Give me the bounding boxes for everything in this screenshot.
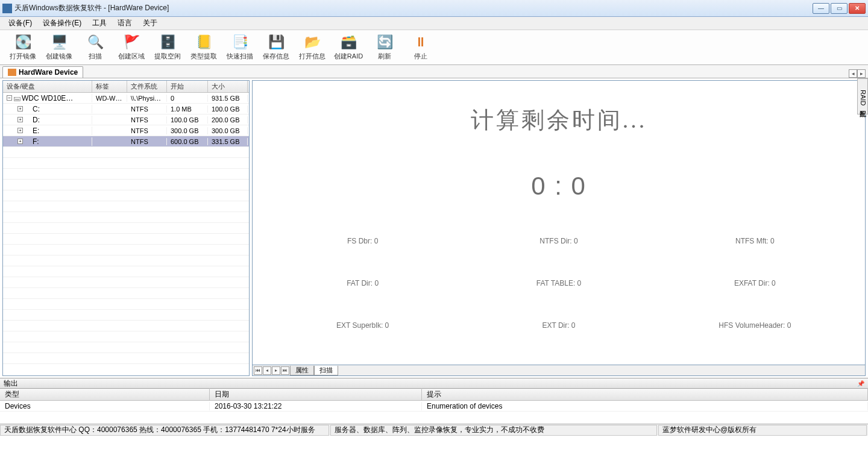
raid-icon: 🗃️ (339, 34, 358, 51)
cell-size: 200.0 GB (208, 116, 248, 124)
expander-icon[interactable]: + (17, 128, 23, 133)
window-buttons: — ▭ ✕ (813, 3, 866, 14)
title-bar: 天盾Windows数据恢复软件 - [HardWare Device] — ▭ … (0, 0, 868, 17)
cell-size: 331.5 GB (208, 138, 248, 145)
tab-properties[interactable]: 属性 (290, 366, 314, 375)
cell-start: 100.0 GB (167, 116, 208, 124)
cell-size: 931.5 GB (208, 95, 248, 102)
col-start[interactable]: 开始 (167, 81, 208, 92)
toolbar: 💽打开镜像 🖥️创建镜像 🔍扫描 🚩创建区域 🗄️提取空闲 📒类型提取 📑快速扫… (0, 30, 868, 65)
cell-device: E: (33, 127, 39, 135)
col-filesystem[interactable]: 文件系统 (127, 81, 167, 92)
menu-about[interactable]: 关于 (138, 17, 162, 30)
status-right: 蓝梦软件研发中心@版权所有 (658, 425, 867, 436)
cell-label: WD-WC… (92, 95, 127, 102)
create-image-button[interactable]: 🖥️创建镜像 (42, 32, 76, 63)
table-row[interactable]: +C:NTFS1.0 MB100.0 GB (3, 104, 249, 114)
monitor-icon: 🖥️ (49, 34, 69, 51)
cell-start: 0 (167, 95, 208, 102)
bottom-tabs: ⏮ ◂ ▸ ⏭ 属性 扫描 (252, 365, 866, 376)
create-raid-button[interactable]: 🗃️创建RAID (332, 32, 365, 63)
cell-fs: NTFS (127, 127, 167, 134)
col-device[interactable]: 设备/硬盘 (3, 81, 92, 92)
close-button[interactable]: ✕ (849, 3, 866, 14)
status-mid: 服务器、数据库、阵列、监控录像恢复，专业实力，不成功不收费 (330, 425, 657, 436)
cell-size: 300.0 GB (208, 127, 248, 134)
right-pane: 计算剩余时间... 0 : 0 FS Dbr: 0 NTFS Dir: 0 NT… (252, 80, 866, 376)
stat-exfat-dir: EXFAT Dir: 0 (657, 279, 853, 287)
tab-label: HardWare Device (19, 68, 78, 77)
cell-start: 300.0 GB (167, 127, 208, 134)
save-info-button[interactable]: 💾保存信息 (259, 32, 293, 63)
drive-icon: 🖴 (13, 94, 20, 102)
quick-scan-button[interactable]: 📑快速扫描 (223, 32, 257, 63)
tab-hardware-device[interactable]: HardWare Device (2, 66, 83, 78)
window-title: 天盾Windows数据恢复软件 - [HardWare Device] (14, 3, 813, 13)
stat-ext-superblk: EXT Superblk: 0 (265, 321, 461, 330)
table-row[interactable]: +E:NTFS300.0 GB300.0 GB (3, 125, 249, 136)
expander-icon[interactable]: + (17, 117, 23, 122)
refresh-button[interactable]: 🔄刷新 (368, 32, 401, 63)
expander-icon[interactable]: + (17, 106, 23, 111)
device-tree-pane: 设备/硬盘 标签 文件系统 开始 大小 −🖴WDC WD10E…WD-WC…\\… (2, 80, 250, 376)
last-icon[interactable]: ⏭ (281, 366, 289, 375)
main-area: 设备/硬盘 标签 文件系统 开始 大小 −🖴WDC WD10E…WD-WC…\\… (0, 78, 868, 378)
output-row[interactable]: Devices 2016-03-30 13:21:22 Enumeration … (0, 401, 868, 412)
next-icon[interactable]: ▸ (272, 366, 280, 375)
cell-size: 100.0 GB (208, 105, 248, 113)
scan-stats: FS Dbr: 0 NTFS Dir: 0 NTFS Mft: 0 FAT Di… (265, 237, 853, 330)
output-table-header: 类型 日期 提示 (0, 389, 868, 401)
col-label[interactable]: 标签 (92, 81, 127, 92)
pin-icon[interactable]: 📌 (857, 380, 864, 387)
prev-icon[interactable]: ◂ (263, 366, 271, 375)
open-image-button[interactable]: 💽打开镜像 (6, 32, 40, 63)
document-tabs: HardWare Device ◂ ▸ (0, 65, 868, 78)
expander-icon[interactable]: + (17, 139, 23, 144)
app-icon (2, 4, 12, 13)
table-row[interactable]: +D:NTFS100.0 GB200.0 GB (3, 114, 249, 125)
type-extract-button[interactable]: 📒类型提取 (187, 32, 221, 63)
menu-language[interactable]: 语言 (113, 17, 137, 30)
menu-device-ops[interactable]: 设备操作(E) (38, 17, 86, 30)
refresh-icon: 🔄 (375, 34, 394, 51)
output-title: 输出 (4, 378, 18, 389)
stat-fat-dir: FAT Dir: 0 (265, 279, 461, 287)
cell-start: 1.0 MB (167, 105, 208, 113)
tab-next-icon[interactable]: ▸ (857, 69, 866, 78)
floppy-icon: 💾 (266, 34, 286, 51)
menu-device[interactable]: 设备(F) (4, 17, 37, 30)
scan-time: 0 : 0 (265, 172, 853, 201)
disk-icon: 💽 (13, 34, 33, 51)
drive-icon (8, 69, 16, 76)
col-size[interactable]: 大小 (208, 81, 248, 92)
output-col-hint[interactable]: 提示 (422, 388, 868, 401)
scan-panel: 计算剩余时间... 0 : 0 FS Dbr: 0 NTFS Dir: 0 NT… (252, 80, 866, 365)
first-icon[interactable]: ⏮ (254, 366, 262, 375)
extract-space-button[interactable]: 🗄️提取空闲 (151, 32, 184, 63)
tab-scan[interactable]: 扫描 (314, 366, 338, 375)
output-col-type[interactable]: 类型 (0, 388, 210, 401)
notes-icon: 📒 (194, 34, 213, 51)
table-row[interactable]: −🖴WDC WD10E…WD-WC…\\.\Physi…0931.5 GB (3, 93, 249, 104)
pause-icon: ⏸ (411, 34, 430, 51)
magnifier-icon: 🔍 (86, 34, 105, 51)
cell-device: D: (33, 116, 40, 124)
output-cell-date: 2016-03-30 13:21:22 (210, 402, 422, 410)
create-region-button[interactable]: 🚩创建区域 (115, 32, 148, 63)
maximize-button[interactable]: ▭ (831, 3, 848, 14)
cell-device: F: (33, 137, 39, 146)
table-row[interactable]: +F:NTFS600.0 GB331.5 GB (3, 136, 249, 147)
stop-button[interactable]: ⏸停止 (404, 32, 438, 63)
minimize-button[interactable]: — (813, 3, 829, 14)
scan-button[interactable]: 🔍扫描 (78, 32, 112, 63)
open-info-button[interactable]: 📂打开信息 (295, 32, 329, 63)
flag-icon: 🚩 (122, 34, 141, 51)
cell-fs: \\.\Physi… (127, 95, 167, 102)
output-pane-header: 输出 📌 (0, 378, 868, 389)
tab-prev-icon[interactable]: ◂ (849, 69, 857, 78)
stat-fs-dbr: FS Dbr: 0 (265, 237, 461, 245)
expander-icon[interactable]: − (7, 95, 12, 101)
menu-tools[interactable]: 工具 (87, 17, 112, 30)
raid-config-side[interactable]: RAID配置 (857, 78, 868, 114)
output-col-date[interactable]: 日期 (210, 388, 422, 401)
